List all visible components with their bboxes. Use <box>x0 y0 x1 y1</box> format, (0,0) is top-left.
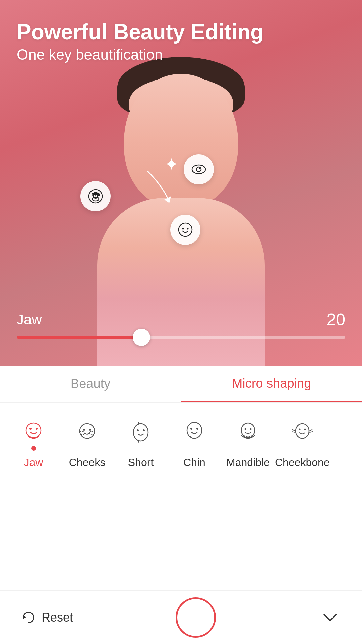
chevron-down-button[interactable] <box>318 606 342 629</box>
slider-track[interactable] <box>17 336 345 339</box>
action-row: Reset <box>0 590 362 644</box>
tool-cheeks[interactable]: Cheeks <box>60 416 114 469</box>
cheekbone-icon-wrap <box>286 416 319 449</box>
tool-cheekbone[interactable]: Cheekbone <box>275 416 330 469</box>
face-annotation-icon <box>80 181 111 211</box>
svg-point-21 <box>143 429 145 431</box>
svg-point-15 <box>83 429 85 431</box>
mandible-label: Mandible <box>226 456 270 469</box>
svg-point-30 <box>304 429 306 430</box>
mandible-icon-wrap <box>231 416 265 449</box>
eye-annotation-icon <box>184 154 214 184</box>
chin-icon-wrap <box>178 416 211 449</box>
tool-jaw[interactable]: Jaw <box>7 416 60 469</box>
slider-fill <box>17 336 141 339</box>
svg-point-4 <box>192 165 205 174</box>
capture-button[interactable] <box>176 597 216 638</box>
slider-thumb[interactable] <box>133 329 150 346</box>
svg-point-8 <box>182 228 184 230</box>
title-main: Powerful Beauty Editing <box>17 20 263 44</box>
svg-point-20 <box>137 429 139 431</box>
chevron-down-icon <box>320 609 340 626</box>
svg-point-16 <box>89 429 91 431</box>
cheekbone-label: Cheekbone <box>275 456 330 469</box>
slider-value: 20 <box>326 310 345 329</box>
tab-bar: Beauty Micro shaping <box>0 366 362 402</box>
slider-label: Jaw <box>17 312 42 328</box>
jaw-icon-wrap <box>17 416 50 449</box>
active-indicator <box>31 446 36 451</box>
svg-point-26 <box>245 428 246 430</box>
tool-mandible[interactable]: Mandible <box>221 416 275 469</box>
smile-annotation-icon <box>170 215 200 245</box>
svg-point-25 <box>241 423 255 438</box>
svg-point-24 <box>196 428 198 430</box>
svg-point-23 <box>190 428 192 430</box>
tab-micro-shaping[interactable]: Micro shaping <box>181 366 362 402</box>
svg-point-29 <box>299 429 300 430</box>
svg-marker-31 <box>23 615 26 619</box>
svg-point-27 <box>250 428 252 430</box>
jaw-slider-section: Jaw 20 <box>0 310 362 339</box>
tab-beauty[interactable]: Beauty <box>0 366 181 402</box>
svg-point-7 <box>179 223 192 236</box>
svg-point-5 <box>196 167 201 172</box>
reset-icon <box>20 609 37 626</box>
svg-point-19 <box>133 424 148 441</box>
title-sub: One key beautification <box>17 46 263 63</box>
tool-chin[interactable]: Chin <box>168 416 221 469</box>
short-label: Short <box>128 456 154 469</box>
title-overlay: Powerful Beauty Editing One key beautifi… <box>17 20 263 63</box>
short-icon-wrap <box>124 416 158 449</box>
reset-button[interactable]: Reset <box>20 609 73 626</box>
svg-point-28 <box>296 424 309 438</box>
svg-point-9 <box>187 228 189 230</box>
tool-short[interactable]: Short <box>114 416 168 469</box>
bottom-panel: Beauty Micro shaping Jaw <box>0 366 362 644</box>
svg-point-14 <box>80 424 95 438</box>
hero-section: Powerful Beauty Editing One key beautifi… <box>0 0 362 366</box>
cheeks-label: Cheeks <box>69 456 106 469</box>
svg-point-22 <box>187 422 202 438</box>
chin-label: Chin <box>183 456 205 469</box>
svg-point-6 <box>199 168 200 169</box>
cheeks-icon-wrap <box>70 416 104 449</box>
svg-point-13 <box>36 428 38 430</box>
svg-point-12 <box>29 428 32 430</box>
jaw-label: Jaw <box>24 456 43 469</box>
arrow-annotation <box>137 164 178 211</box>
reset-label: Reset <box>42 610 73 625</box>
svg-point-11 <box>26 423 41 438</box>
tools-row: Jaw Cheeks <box>0 402 362 475</box>
